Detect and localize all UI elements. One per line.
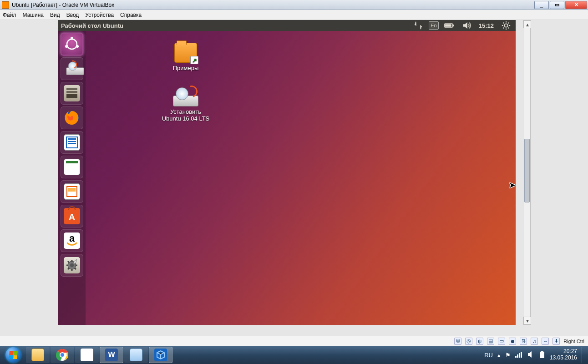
svg-point-7 (76, 45, 79, 48)
desktop-icon-label: Ubuntu 16.04 LTS (154, 115, 218, 122)
tray-date: 13.05.2016 (550, 355, 577, 361)
svg-point-6 (65, 45, 68, 48)
menu-devices[interactable]: Устройства (85, 12, 114, 18)
tray-flag-icon[interactable]: ⚑ (505, 352, 511, 359)
show-desktop-button[interactable] (582, 347, 585, 363)
vb-hostkey-icon[interactable]: ⬇ (553, 338, 560, 345)
svg-point-3 (504, 24, 507, 27)
taskbar-notepad[interactable] (124, 347, 148, 363)
installer-icon (173, 88, 198, 106)
desktop-icon-label: Примеры (154, 65, 218, 71)
vb-network-icon[interactable]: ⇅ (520, 338, 527, 345)
keyboard-layout-indicator[interactable]: En (429, 21, 438, 30)
tray-clock[interactable]: 20:27 13.05.2016 (550, 349, 577, 361)
svg-rect-16 (521, 352, 522, 358)
vb-video-capture-icon[interactable]: ⏺ (509, 338, 516, 345)
close-button[interactable]: ✕ (565, 1, 587, 9)
launcher-settings[interactable] (61, 254, 83, 277)
host-window-titlebar: Ubuntu [Работает] - Oracle VM VirtualBox… (0, 0, 588, 10)
tray-volume-icon[interactable] (527, 351, 534, 359)
svg-rect-13 (515, 356, 517, 358)
scroll-down-button[interactable]: ▾ (523, 317, 531, 324)
ubuntu-topbar-title: Рабочий стол Ubuntu (61, 22, 408, 29)
launcher-firefox[interactable] (61, 106, 83, 129)
vb-mouse-integration-icon[interactable]: ↔ (542, 338, 549, 345)
folder-icon: ↗ (174, 43, 197, 63)
taskbar-chrome[interactable] (51, 347, 74, 363)
launcher-files[interactable] (61, 82, 83, 105)
launcher-amazon[interactable]: a (61, 229, 83, 252)
ubuntu-desktop[interactable]: Рабочий стол Ubuntu En 15:12 (58, 20, 516, 325)
vb-usb-icon[interactable]: ψ (476, 338, 483, 345)
vb-audio-icon[interactable]: ♫ (531, 338, 538, 345)
svg-point-10 (70, 263, 74, 267)
svg-rect-14 (517, 354, 518, 358)
guest-cursor-icon: ➤ (509, 180, 516, 190)
ubuntu-topbar: Рабочий стол Ubuntu En 15:12 (58, 20, 516, 31)
network-icon[interactable] (411, 21, 425, 30)
session-gear-icon[interactable] (499, 21, 513, 30)
tray-time: 20:27 (563, 349, 577, 355)
vb-optical-icon[interactable]: ◎ (465, 338, 472, 345)
svg-rect-15 (519, 353, 520, 358)
svg-rect-2 (445, 24, 451, 27)
menu-file[interactable]: Файл (3, 12, 16, 18)
launcher-install-ubuntu[interactable] (61, 57, 83, 80)
taskbar-explorer[interactable] (26, 347, 50, 363)
svg-point-4 (67, 39, 77, 49)
scrollbar-thumb[interactable] (524, 139, 530, 202)
vb-shared-folder-icon[interactable]: ▤ (487, 338, 494, 345)
tray-power-icon[interactable] (539, 351, 545, 359)
vb-harddisk-icon[interactable]: ⛁ (454, 338, 461, 345)
menu-machine[interactable]: Машина (23, 12, 44, 18)
virtualbox-icon (2, 1, 9, 9)
vb-hostkey-label: Right Ctrl (563, 339, 584, 344)
launcher-calc[interactable] (61, 156, 83, 178)
virtualbox-statusbar: ⛁ ◎ ψ ▤ ▭ ⏺ ⇅ ♫ ↔ ⬇ Right Ctrl (0, 336, 588, 346)
taskbar-virtualbox[interactable] (149, 347, 172, 363)
virtualbox-menubar: Файл Машина Вид Ввод Устройства Справка (0, 10, 588, 20)
desktop-icon-examples[interactable]: ↗ Примеры (154, 43, 218, 71)
tray-language[interactable]: RU (484, 352, 493, 359)
launcher-dash[interactable] (61, 33, 83, 56)
minimize-button[interactable]: _ (534, 1, 549, 9)
system-tray: RU ▴ ⚑ 20:27 13.05.2016 (484, 347, 587, 363)
menu-view[interactable]: Вид (50, 12, 60, 18)
unity-launcher: A a (58, 31, 86, 325)
svg-point-5 (71, 37, 73, 40)
vertical-scrollbar[interactable]: ▴ ▾ (523, 20, 531, 325)
taskbar-app-grid[interactable] (75, 347, 99, 363)
ubuntu-clock[interactable]: 15:12 (477, 21, 496, 30)
desktop-icon-install-ubuntu[interactable]: Установить Ubuntu 16.04 LTS (154, 88, 218, 122)
menu-help[interactable]: Справка (120, 12, 142, 18)
host-taskbar: W RU ▴ ⚑ 20:27 13.05.2016 (0, 346, 588, 364)
svg-rect-1 (453, 25, 454, 26)
taskbar-word[interactable]: W (100, 347, 123, 363)
battery-icon[interactable] (442, 21, 456, 30)
launcher-writer[interactable] (61, 131, 83, 154)
launcher-software[interactable]: A (61, 205, 83, 228)
tray-network-icon[interactable] (515, 351, 522, 359)
tray-show-hidden-icon[interactable]: ▴ (497, 352, 501, 359)
maximize-button[interactable]: ▭ (550, 1, 564, 9)
desktop-icon-label: Установить (154, 108, 218, 115)
launcher-impress[interactable] (61, 180, 83, 203)
host-window-title: Ubuntu [Работает] - Oracle VM VirtualBox (12, 2, 532, 8)
start-button[interactable] (1, 346, 25, 364)
shortcut-badge-icon: ↗ (190, 56, 198, 64)
volume-icon[interactable] (460, 21, 473, 30)
scroll-up-button[interactable]: ▴ (523, 20, 531, 28)
menu-input[interactable]: Ввод (66, 12, 79, 18)
svg-point-12 (60, 353, 65, 357)
vb-display-icon[interactable]: ▭ (498, 338, 505, 345)
